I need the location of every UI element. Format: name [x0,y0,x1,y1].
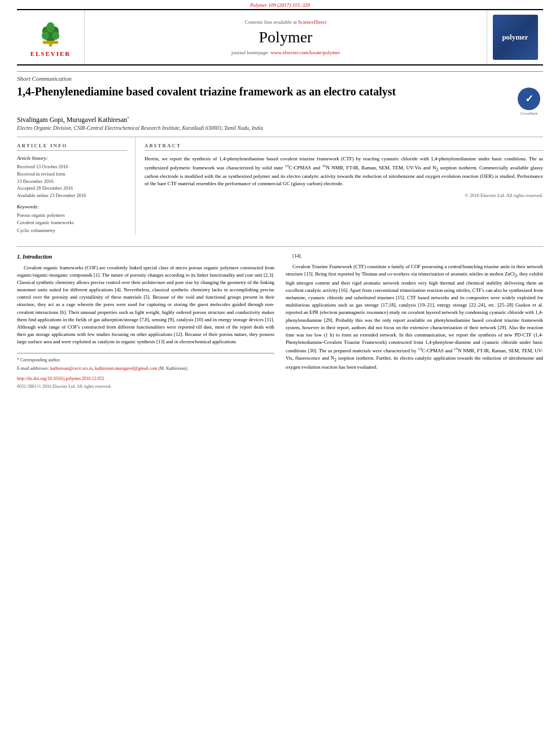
abstract-title: ABSTRACT [145,143,543,151]
polymer-badge-section: polymer [487,10,543,64]
polymer-journal-badge: polymer [493,15,538,60]
corresponding-note: * Corresponding author. [17,357,274,364]
email-label: E-mail addresses: [17,366,49,371]
available-date: Available online 23 December 2016 [17,192,127,199]
email-suffix: (M. Kathiresan). [158,366,188,371]
article-info-column: ARTICLE INFO Article history: Received 1… [17,137,135,235]
doi-link[interactable]: http://dx.doi.org/10.1016/j.polymer.2016… [17,375,274,382]
abstract-text: Herein, we report the synthesis of 1,4-p… [145,155,543,188]
crossmark-icon: ✓ [518,88,540,110]
section-type: Short Communication [17,71,543,82]
keyword-2: Covalent organic frameworks [17,219,127,227]
journal-reference-bar: Polymer 109 (2017) 315–320 [0,0,560,9]
email-footnote: E-mail addresses: kathiresan@cecri.res.i… [17,365,274,372]
accepted-date: Accepted 20 December 2016 [17,185,127,192]
email-link-2[interactable]: kathiresan.murugavel@gmail.com [95,366,157,371]
received-date: Received 13 October 2016 [17,163,127,171]
authors-line: Sivalingam Gopi, Murugavel Kathiresan* [17,116,543,124]
article-history-label: Article history: [17,155,127,161]
sciencedirect-link[interactable]: ScienceDirect [298,19,326,25]
email-link-1[interactable]: kathiresan@cecri.res.in [50,366,93,371]
elsevier-brand-name: ELSEVIER [30,50,71,57]
svg-point-7 [52,31,59,40]
article-info-title: ARTICLE INFO [17,143,127,151]
svg-point-5 [46,22,55,32]
journal-ref-text: Polymer 109 (2017) 315–320 [250,2,310,8]
keywords-section: Keywords: Porous organic polymers Covale… [17,204,127,235]
title-row: 1,4-Phenylenediamine based covalent tria… [17,84,543,116]
elsevier-tree-icon [35,18,66,49]
journal-header-center: Contents lists available at ScienceDirec… [85,10,487,64]
svg-point-6 [42,31,49,40]
abstract-column: ABSTRACT Herein, we report the synthesis… [135,137,543,235]
keywords-label: Keywords: [17,204,127,209]
abstract-copyright: © 2016 Elsevier Ltd. All rights reserved… [145,193,543,198]
revised-date: 13 December 2016 [17,178,127,185]
journal-homepage-line: journal homepage: www.elsevier.com/locat… [231,50,340,55]
sciencedirect-line: Contents lists available at ScienceDirec… [245,19,327,25]
keyword-1: Porous organic polymers [17,212,127,220]
body-two-col: 1. Introduction Covalent organic framewo… [17,252,543,390]
section-heading: 1. Introduction [17,252,274,261]
article-content: Short Communication 1,4-Phenylenediamine… [0,65,560,401]
doi-anchor[interactable]: http://dx.doi.org/10.1016/j.polymer.2016… [17,376,104,381]
elsevier-logo: ELSEVIER [30,18,71,57]
article-info-abstract-section: ARTICLE INFO Article history: Received 1… [17,137,543,235]
journal-name: Polymer [259,28,313,46]
crossmark-badge: ✓ CrossMark [515,88,543,116]
body-col-2: [14]. Covalent Triazine Framework (CTF) … [286,252,543,390]
article-title: 1,4-Phenylenediamine based covalent tria… [17,84,396,99]
footer-copyright: 0032-3861/© 2016 Elsevier Ltd. All right… [17,383,274,390]
body-para-1: Covalent organic frameworks (COF) are co… [17,264,274,346]
affiliation: Electro Organic Division, CSIR-Central E… [17,125,543,131]
journal-header: ELSEVIER Contents lists available at Sci… [17,9,543,65]
body-para-col2-1: Covalent Triazine Framework (CTF) consti… [286,263,543,372]
elsevier-logo-section: ELSEVIER [17,10,85,64]
authors: Sivalingam Gopi, Murugavel Kathiresan* [17,116,129,124]
body-para-col2-ref: [14]. [286,252,543,260]
keyword-3: Cyclic voltammetry [17,227,127,235]
crossmark-label: CrossMark [520,111,537,116]
footnotes-section: * Corresponding author. E-mail addresses… [17,353,274,390]
introduction-section: 1. Introduction Covalent organic framewo… [17,246,543,390]
revised-label: Received in revised form [17,171,127,178]
homepage-link[interactable]: www.elsevier.com/locate/polymer [270,50,340,55]
page-wrapper: Polymer 109 (2017) 315–320 [0,0,560,401]
body-col-1: 1. Introduction Covalent organic framewo… [17,252,274,390]
svg-rect-8 [43,41,59,44]
